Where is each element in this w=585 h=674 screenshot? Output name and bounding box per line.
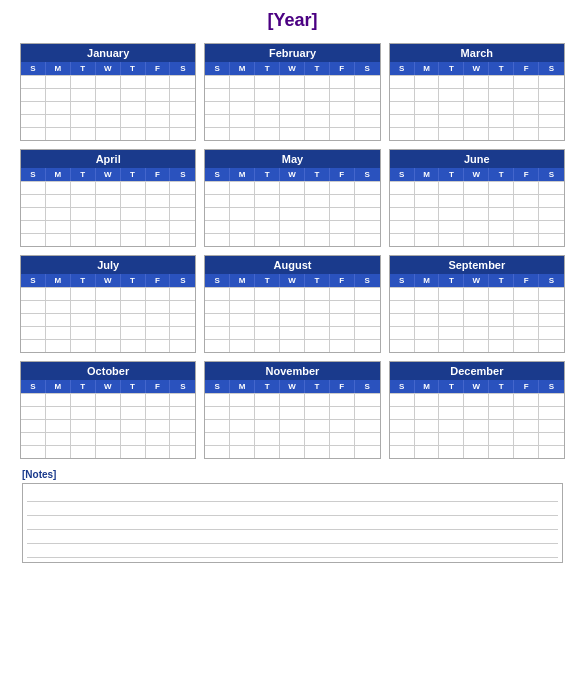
month-january: JanuarySMTWTFS: [20, 43, 196, 141]
day-cell: [146, 327, 171, 339]
day-header-T: T: [71, 62, 96, 75]
day-cell: [539, 89, 564, 101]
notes-section: [Notes]: [20, 469, 565, 563]
day-cell: [146, 433, 171, 445]
day-cell: [205, 433, 230, 445]
day-header-F: F: [330, 380, 355, 393]
day-cell: [121, 433, 146, 445]
day-header-S: S: [539, 168, 564, 181]
day-cell: [305, 394, 330, 406]
day-cell: [170, 102, 195, 114]
day-cell: [255, 327, 280, 339]
day-cell: [205, 182, 230, 194]
day-cell: [146, 115, 171, 127]
day-cell: [415, 394, 440, 406]
day-cell: [489, 314, 514, 326]
day-header-S: S: [390, 380, 415, 393]
day-cell: [439, 340, 464, 352]
day-cell: [46, 407, 71, 419]
notes-box[interactable]: [22, 483, 563, 563]
day-header-M: M: [230, 380, 255, 393]
day-cell: [514, 76, 539, 88]
day-headers-march: SMTWTFS: [390, 62, 564, 75]
day-cell: [230, 340, 255, 352]
day-cell: [46, 288, 71, 300]
day-cell: [330, 221, 355, 233]
month-header-june: June: [390, 150, 564, 168]
day-cell: [255, 446, 280, 458]
day-header-F: F: [330, 62, 355, 75]
day-row: [205, 181, 379, 194]
day-cell: [170, 89, 195, 101]
day-cell: [355, 221, 380, 233]
day-cell: [390, 115, 415, 127]
day-row: [205, 220, 379, 233]
day-cell: [305, 115, 330, 127]
day-cell: [489, 182, 514, 194]
day-row: [205, 114, 379, 127]
day-cell: [146, 76, 171, 88]
day-row: [205, 339, 379, 352]
month-header-march: March: [390, 44, 564, 62]
day-cell: [415, 195, 440, 207]
day-header-S: S: [205, 380, 230, 393]
day-cell: [305, 288, 330, 300]
day-cell: [280, 340, 305, 352]
day-rows-may: [205, 181, 379, 246]
day-header-S: S: [355, 62, 380, 75]
day-cell: [121, 340, 146, 352]
day-cell: [305, 433, 330, 445]
day-row: [390, 207, 564, 220]
day-cell: [390, 288, 415, 300]
day-cell: [439, 115, 464, 127]
day-row: [390, 127, 564, 140]
day-cell: [146, 420, 171, 432]
day-rows-august: [205, 287, 379, 352]
month-november: NovemberSMTWTFS: [204, 361, 380, 459]
day-cell: [71, 394, 96, 406]
day-headers-may: SMTWTFS: [205, 168, 379, 181]
day-cell: [330, 89, 355, 101]
day-headers-april: SMTWTFS: [21, 168, 195, 181]
day-cell: [305, 128, 330, 140]
day-cell: [46, 340, 71, 352]
day-header-T: T: [305, 168, 330, 181]
day-headers-july: SMTWTFS: [21, 274, 195, 287]
day-cell: [46, 314, 71, 326]
day-cell: [280, 195, 305, 207]
day-header-F: F: [514, 168, 539, 181]
day-cell: [439, 407, 464, 419]
day-cell: [71, 301, 96, 313]
day-cell: [21, 340, 46, 352]
day-cell: [390, 182, 415, 194]
day-row: [21, 339, 195, 352]
month-may: MaySMTWTFS: [204, 149, 380, 247]
day-cell: [539, 208, 564, 220]
day-cell: [439, 89, 464, 101]
day-row: [205, 313, 379, 326]
day-cell: [355, 115, 380, 127]
day-cell: [230, 433, 255, 445]
day-cell: [355, 195, 380, 207]
day-cell: [146, 208, 171, 220]
day-cell: [146, 182, 171, 194]
day-header-S: S: [539, 274, 564, 287]
day-headers-february: SMTWTFS: [205, 62, 379, 75]
day-cell: [439, 433, 464, 445]
day-cell: [71, 340, 96, 352]
day-cell: [514, 446, 539, 458]
day-cell: [489, 221, 514, 233]
day-cell: [514, 407, 539, 419]
day-header-S: S: [390, 62, 415, 75]
day-cell: [464, 76, 489, 88]
day-cell: [330, 340, 355, 352]
day-cell: [280, 394, 305, 406]
day-cell: [390, 314, 415, 326]
day-cell: [489, 76, 514, 88]
day-cell: [71, 446, 96, 458]
day-cell: [390, 407, 415, 419]
day-cell: [121, 221, 146, 233]
day-rows-october: [21, 393, 195, 458]
day-cell: [464, 115, 489, 127]
day-cell: [146, 195, 171, 207]
